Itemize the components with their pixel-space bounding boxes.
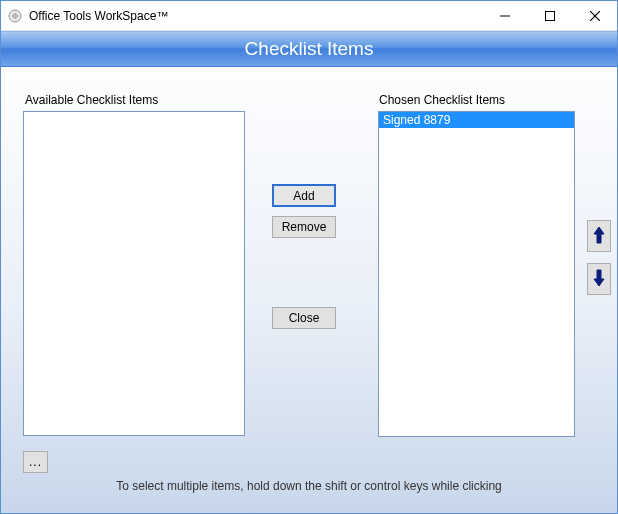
chosen-listbox[interactable]: Signed 8879 [378,111,575,437]
hint-text: To select multiple items, hold down the … [1,479,617,493]
window-title: Office Tools WorkSpace™ [29,9,482,23]
list-item[interactable]: Signed 8879 [379,112,574,128]
close-window-button[interactable] [572,1,617,30]
arrow-down-icon [593,269,605,290]
close-button[interactable]: Close [272,307,336,329]
app-icon [7,8,23,24]
add-button-label: Add [293,189,314,203]
move-up-button[interactable] [587,220,611,252]
remove-button-label: Remove [282,220,327,234]
more-options-button[interactable]: ... [23,451,48,473]
minimize-button[interactable] [482,1,527,30]
arrow-up-icon [593,226,605,247]
window-controls [482,1,617,30]
available-listbox[interactable] [23,111,245,436]
add-button[interactable]: Add [272,184,336,207]
page-banner: Checklist Items [1,31,617,67]
move-down-button[interactable] [587,263,611,295]
banner-title: Checklist Items [245,38,374,60]
close-button-label: Close [289,311,320,325]
app-window: Office Tools WorkSpace™ Checklist Items … [0,0,618,514]
available-label: Available Checklist Items [25,93,158,107]
titlebar: Office Tools WorkSpace™ [1,1,617,31]
chosen-label: Chosen Checklist Items [379,93,505,107]
svg-rect-2 [545,11,554,20]
maximize-button[interactable] [527,1,572,30]
ellipsis-icon: ... [29,455,42,469]
remove-button[interactable]: Remove [272,216,336,238]
client-area: Available Checklist Items Chosen Checkli… [1,67,617,513]
